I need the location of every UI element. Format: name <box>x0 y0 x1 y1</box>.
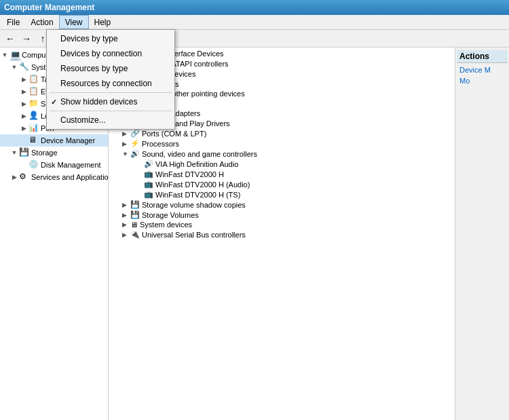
icon-storage: 💾 <box>19 147 30 158</box>
expander-shared[interactable]: ▶ <box>19 100 29 107</box>
dev-item-via[interactable]: 🔊 VIA High Definition Audio <box>109 159 455 169</box>
dropdown-sep-2 <box>50 111 172 111</box>
icon-via: 🔊 <box>144 159 153 168</box>
exp-processors[interactable]: ▶ <box>122 140 130 147</box>
expander-disk[interactable] <box>19 161 29 168</box>
menu-customize[interactable]: Customize... <box>47 113 174 128</box>
right-panel: Actions Device M Mo <box>455 47 509 420</box>
label-resources-by-type: Resources by type <box>60 64 128 73</box>
view-dropdown-menu[interactable]: Devices by type Devices by connection Re… <box>46 29 175 130</box>
label-storage: Storage <box>31 149 58 157</box>
expander-local[interactable]: ▶ <box>19 113 29 119</box>
title-bar: Computer Management <box>0 0 509 15</box>
dev-item-sound[interactable]: ▼ 🔊 Sound, video and game controllers <box>109 149 455 159</box>
label-services: Services and Applications <box>31 173 108 181</box>
icon-ports: 🔗 <box>130 129 140 138</box>
label-via: VIA High Definition Audio <box>155 160 238 168</box>
label-device-manager: Device Manager <box>41 136 95 145</box>
icon-sound: 🔊 <box>130 149 140 158</box>
tree-item-storage[interactable]: ▼ 💾 Storage <box>0 147 108 159</box>
dev-item-processors[interactable]: ▶ ⚡ Processors <box>109 138 455 149</box>
dev-item-winfast2[interactable]: 📺 WinFast DTV2000 H (Audio) <box>109 179 455 189</box>
action-device-m[interactable]: Device M <box>457 64 508 75</box>
icon-services: ⚙ <box>19 172 30 183</box>
label-sound: Sound, video and game controllers <box>142 150 257 158</box>
icon-task: 📋 <box>29 74 39 85</box>
dev-item-storage-volumes[interactable]: ▶ 💾 Storage Volumes <box>109 210 455 220</box>
tree-item-device-manager[interactable]: 🖥 Device Manager <box>0 134 108 147</box>
icon-perf: 📊 <box>29 123 39 134</box>
icon-storage-volumes: 💾 <box>130 210 140 219</box>
back-button[interactable]: ← <box>3 31 18 46</box>
label-processors: Processors <box>142 140 179 148</box>
icon-local: 👤 <box>29 111 39 121</box>
exp-sound[interactable]: ▼ <box>122 151 130 157</box>
menu-view[interactable]: View <box>59 15 89 29</box>
menu-show-hidden[interactable]: ✓ Show hidden devices <box>47 94 174 109</box>
icon-computer: 💻 <box>10 50 20 60</box>
dropdown-sep-1 <box>50 92 172 93</box>
label-disk: Disk Management <box>41 161 101 169</box>
label-storage-shadow: Storage volume shadow copies <box>142 201 246 209</box>
icon-usb: 🔌 <box>130 230 140 239</box>
exp-usb[interactable]: ▶ <box>122 231 130 238</box>
tree-item-disk[interactable]: 💿 Disk Management <box>0 159 108 171</box>
icon-event: 📋 <box>29 86 39 97</box>
icon-winfast3: 📺 <box>144 190 153 199</box>
label-winfast3: WinFast DTV2000 H (TS) <box>155 191 240 199</box>
expander-device-manager[interactable] <box>19 137 29 144</box>
expander-storage[interactable]: ▼ <box>10 149 19 156</box>
check-mark: ✓ <box>51 98 57 107</box>
menu-action[interactable]: Action <box>25 15 58 29</box>
label-storage-volumes: Storage Volumes <box>142 211 199 219</box>
icon-system: 🔧 <box>19 62 30 73</box>
label-show-hidden: Show hidden devices <box>60 97 137 107</box>
icon-winfast2: 📺 <box>144 180 153 189</box>
expander-task[interactable]: ▶ <box>19 76 29 83</box>
menu-bar: File Action View Help <box>0 15 509 30</box>
label-devices-by-connection: Devices by connection <box>60 49 142 58</box>
expander-system[interactable]: ▼ <box>10 64 19 71</box>
label-usb: Universal Serial Bus controllers <box>142 231 246 239</box>
icon-winfast1: 📺 <box>144 170 153 178</box>
tree-item-services[interactable]: ▶ ⚙ Services and Applications <box>0 171 108 183</box>
menu-resources-by-type[interactable]: Resources by type <box>47 61 174 76</box>
expander-computer[interactable]: ▼ <box>0 52 10 58</box>
menu-help[interactable]: Help <box>89 15 117 29</box>
dev-item-ports[interactable]: ▶ 🔗 Ports (COM & LPT) <box>109 128 455 138</box>
label-winfast1: WinFast DTV2000 H <box>155 170 224 178</box>
label-customize: Customize... <box>60 115 106 125</box>
label-ports: Ports (COM & LPT) <box>142 130 206 138</box>
exp-ports[interactable]: ▶ <box>122 130 130 137</box>
icon-storage-shadow: 💾 <box>130 200 140 209</box>
icon-processors: ⚡ <box>130 139 140 148</box>
exp-storage-shadow[interactable]: ▶ <box>122 202 130 208</box>
icon-disk: 💿 <box>29 159 39 170</box>
label-resources-by-connection: Resources by connection <box>60 79 152 88</box>
dev-item-winfast1[interactable]: 📺 WinFast DTV2000 H <box>109 169 455 179</box>
expander-perf[interactable]: ▶ <box>19 125 29 132</box>
title-label: Computer Management <box>4 3 94 12</box>
label-system-devices: System devices <box>140 221 192 229</box>
action-more[interactable]: Mo <box>457 75 508 86</box>
exp-system-devices[interactable]: ▶ <box>122 221 130 228</box>
forward-button[interactable]: → <box>19 31 34 46</box>
menu-file[interactable]: File <box>1 15 25 29</box>
expander-event[interactable]: ▶ <box>19 88 29 95</box>
dev-item-usb[interactable]: ▶ 🔌 Universal Serial Bus controllers <box>109 229 455 240</box>
dev-item-storage-shadow[interactable]: ▶ 💾 Storage volume shadow copies <box>109 199 455 210</box>
dev-item-winfast3[interactable]: 📺 WinFast DTV2000 H (TS) <box>109 189 455 199</box>
icon-device-manager: 🖥 <box>29 135 39 146</box>
expander-services[interactable]: ▶ <box>10 174 19 180</box>
menu-devices-by-type[interactable]: Devices by type <box>47 31 174 46</box>
icon-system-devices: 🖥 <box>130 221 138 229</box>
actions-header: Actions <box>457 50 508 63</box>
menu-devices-by-connection[interactable]: Devices by connection <box>47 46 174 61</box>
icon-shared: 📁 <box>29 98 39 109</box>
label-devices-by-type: Devices by type <box>60 34 118 43</box>
label-winfast2: WinFast DTV2000 H (Audio) <box>155 180 250 189</box>
dev-item-system-devices[interactable]: ▶ 🖥 System devices <box>109 220 455 229</box>
menu-resources-by-connection[interactable]: Resources by connection <box>47 76 174 91</box>
exp-storage-volumes[interactable]: ▶ <box>122 212 130 218</box>
